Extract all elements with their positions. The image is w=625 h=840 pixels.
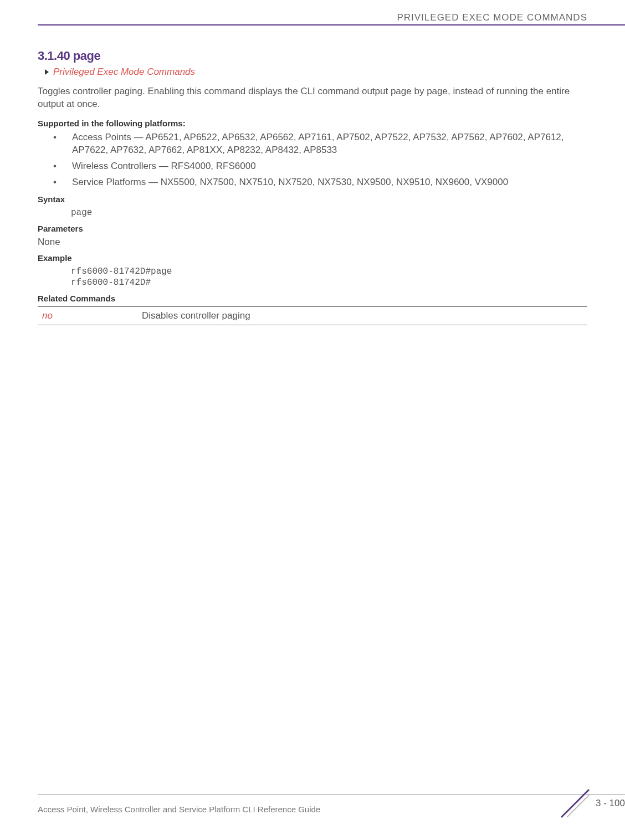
header-rule bbox=[38, 24, 625, 25]
list-item: Access Points — AP6521, AP6522, AP6532, … bbox=[53, 131, 587, 157]
example-heading: Example bbox=[38, 253, 587, 263]
syntax-heading: Syntax bbox=[38, 194, 587, 204]
supported-platforms-list: Access Points — AP6521, AP6522, AP6532, … bbox=[38, 131, 587, 189]
footer-guide-title: Access Point, Wireless Controller and Se… bbox=[38, 805, 547, 814]
related-command-name[interactable]: no bbox=[38, 306, 137, 325]
list-item: Wireless Controllers — RFS4000, RFS6000 bbox=[53, 160, 587, 173]
header-title: PRIVILEGED EXEC MODE COMMANDS bbox=[38, 12, 625, 23]
related-commands-table: no Disables controller paging bbox=[38, 306, 587, 325]
syntax-code: page bbox=[71, 207, 587, 218]
parameters-value: None bbox=[38, 237, 587, 248]
list-item: Service Platforms — NX5500, NX7500, NX75… bbox=[53, 176, 587, 189]
page-footer: Access Point, Wireless Controller and Se… bbox=[38, 794, 625, 820]
section-title: 3.1.40 page bbox=[38, 49, 587, 63]
table-row: no Disables controller paging bbox=[38, 306, 587, 325]
document-page: PRIVILEGED EXEC MODE COMMANDS 3.1.40 pag… bbox=[0, 0, 625, 840]
footer-rule bbox=[38, 794, 625, 795]
section-description: Toggles controller paging. Enabling this… bbox=[38, 85, 587, 111]
related-command-desc: Disables controller paging bbox=[137, 306, 587, 325]
example-code: rfs6000-81742D#page rfs6000-81742D# bbox=[71, 266, 587, 288]
supported-heading: Supported in the following platforms: bbox=[38, 119, 587, 128]
corner-decoration-icon bbox=[559, 787, 592, 820]
page-header: PRIVILEGED EXEC MODE COMMANDS bbox=[38, 12, 625, 25]
footer-row: Access Point, Wireless Controller and Se… bbox=[38, 798, 625, 820]
page-number: 3 - 100 bbox=[596, 798, 625, 809]
breadcrumb-link[interactable]: Privileged Exec Mode Commands bbox=[53, 66, 195, 78]
footer-corner: 3 - 100 bbox=[547, 798, 625, 820]
page-content: 3.1.40 page Privileged Exec Mode Command… bbox=[38, 49, 587, 325]
arrow-icon bbox=[44, 69, 50, 75]
parameters-heading: Parameters bbox=[38, 224, 587, 233]
breadcrumb: Privileged Exec Mode Commands bbox=[44, 66, 587, 78]
related-heading: Related Commands bbox=[38, 294, 587, 303]
